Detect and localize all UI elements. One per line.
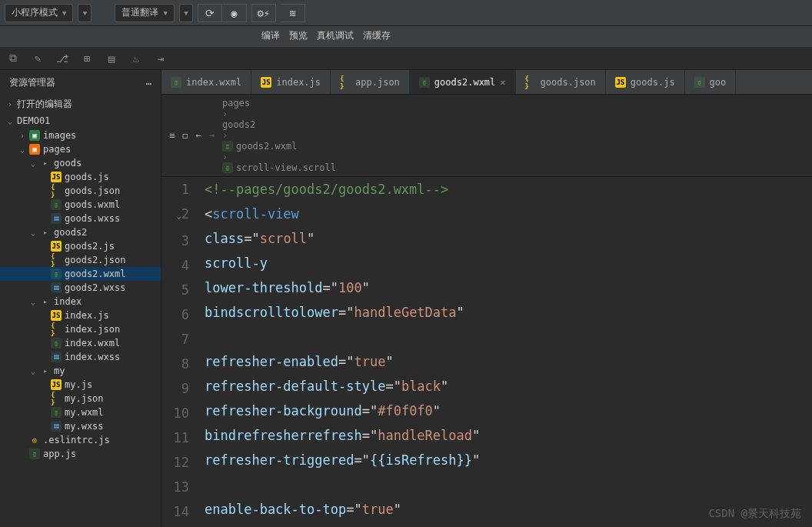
tab-index.js[interactable]: JSindex.js [251, 70, 331, 94]
mode-dropdown-icon[interactable]: ▼ [78, 4, 92, 22]
sidebar: 资源管理器… ›打开的编辑器 ⌄DEMO01 ›▣images⌄▣pages⌄▸… [0, 70, 161, 527]
file-tree: ›▣images⌄▣pages⌄▸goodsJSgoods.js{ }goods… [0, 128, 161, 527]
translate-select[interactable]: 普通翻译▼ [115, 4, 174, 22]
code-view[interactable]: 1⌄234567891011121314151617 <!--pages/goo… [161, 177, 812, 527]
code-lines[interactable]: <!--pages/goods2/goods2.wxml--><scroll-v… [200, 177, 812, 527]
tab-app.json[interactable]: { }app.json [331, 70, 410, 94]
tab-index.wxml[interactable]: ▯index.wxml [161, 70, 251, 94]
list-icon[interactable]: ≡ [169, 130, 175, 141]
back-icon[interactable]: ← [195, 130, 201, 141]
crumb-nav: ≡ ◻ ← → [169, 130, 215, 141]
tree-goods.js[interactable]: JSgoods.js [0, 170, 161, 184]
tab-goods2.wxml[interactable]: ▯goods2.wxml✕ [410, 70, 516, 94]
tree-index.wxml[interactable]: ▯index.wxml [0, 336, 161, 350]
top-toolbar: 小程序模式▼ ▼ 普通翻译▼ ▼ ⟳ ◉ ⚙⚡ ≋ [0, 0, 812, 26]
tree-index.wxss[interactable]: 〓index.wxss [0, 350, 161, 364]
tree-index.json[interactable]: { }index.json [0, 322, 161, 336]
tree-pages[interactable]: ⌄▣pages [0, 142, 161, 156]
tree-my.wxss[interactable]: 〓my.wxss [0, 419, 161, 433]
tab-bar: ▯index.wxmlJSindex.js{ }app.json▯goods2.… [161, 70, 812, 95]
tree-goods2[interactable]: ⌄▸goods2 [0, 225, 161, 239]
crumb-scroll-view.scroll[interactable]: ▯scroll-view.scroll [222, 162, 336, 173]
forward-icon[interactable]: → [209, 130, 215, 141]
search-icon[interactable]: ✎ [31, 52, 45, 65]
icon-strip: ⧉ ✎ ⎇ ⊞ ▤ ♨ ⇥ [0, 47, 812, 70]
save-icon[interactable]: ▤ [105, 52, 118, 65]
tree-index.js[interactable]: JSindex.js [0, 309, 161, 322]
breadcrumb-bar: ≡ ◻ ← → pages › goods2 › ▯goods2.wxml › … [161, 95, 812, 177]
gutter: 1⌄234567891011121314151617 [161, 177, 200, 527]
tree-my.json[interactable]: { }my.json [0, 392, 161, 405]
arrow-icon[interactable]: ⇥ [154, 52, 168, 65]
preview-icon[interactable]: ◉ [222, 4, 247, 22]
watermark: CSDN @景天科技苑 [708, 507, 801, 521]
git-icon[interactable]: ⎇ [55, 52, 69, 65]
tree-goods2.js[interactable]: JSgoods2.js [0, 239, 161, 253]
translate-dropdown-icon[interactable]: ▼ [179, 4, 193, 22]
cup-icon[interactable]: ♨ [129, 52, 143, 65]
toolbar-labels: 编译预览真机调试清缓存 [0, 26, 812, 47]
tree-my.wxml[interactable]: ▯my.wxml [0, 405, 161, 419]
tree-my[interactable]: ⌄▸my [0, 364, 161, 378]
tree-goods.wxml[interactable]: ▯goods.wxml [0, 198, 161, 212]
breadcrumbs: pages › goods2 › ▯goods2.wxml › ▯scroll-… [222, 98, 336, 173]
crumb-goods2.wxml[interactable]: ▯goods2.wxml [222, 141, 336, 152]
debug-icon[interactable]: ⚙⚡ [251, 4, 276, 22]
section-project[interactable]: ⌄DEMO01 [0, 113, 161, 128]
tab-goo[interactable]: ▯goo [685, 70, 737, 94]
editor-area: ▯index.wxmlJSindex.js{ }app.json▯goods2.… [161, 70, 812, 527]
tree-goods2.json[interactable]: { }goods2.json [0, 253, 161, 267]
tree-goods.json[interactable]: { }goods.json [0, 184, 161, 198]
cache-icon[interactable]: ≋ [281, 4, 305, 22]
tree-goods2.wxss[interactable]: 〓goods2.wxss [0, 281, 161, 295]
tree-images[interactable]: ›▣images [0, 128, 161, 142]
close-icon[interactable]: ✕ [500, 77, 505, 88]
files-icon[interactable]: ⧉ [6, 52, 20, 65]
tree-.eslintrc.js[interactable]: ◎.eslintrc.js [0, 433, 161, 447]
sidebar-title: 资源管理器… [0, 70, 161, 95]
crumb-pages[interactable]: pages [222, 98, 336, 108]
tree-goods.wxss[interactable]: 〓goods.wxss [0, 212, 161, 225]
bookmark-icon[interactable]: ◻ [182, 130, 188, 141]
tree-app.js[interactable]: ▯app.js [0, 447, 161, 461]
compile-group: ⟳ ◉ [198, 4, 247, 22]
tab-goods.js[interactable]: JSgoods.js [606, 70, 685, 94]
crumb-goods2[interactable]: goods2 [222, 119, 336, 130]
tree-goods[interactable]: ⌄▸goods [0, 156, 161, 170]
section-open-editors[interactable]: ›打开的编辑器 [0, 95, 161, 113]
more-icon[interactable]: … [146, 76, 151, 89]
ext-icon[interactable]: ⊞ [80, 52, 94, 65]
tab-goods.json[interactable]: { }goods.json [516, 70, 606, 94]
tree-my.js[interactable]: JSmy.js [0, 378, 161, 392]
tree-index[interactable]: ⌄▸index [0, 295, 161, 309]
mode-select[interactable]: 小程序模式▼ [5, 4, 73, 22]
tree-goods2.wxml[interactable]: ▯goods2.wxml [0, 267, 161, 281]
refresh-icon[interactable]: ⟳ [198, 4, 222, 22]
